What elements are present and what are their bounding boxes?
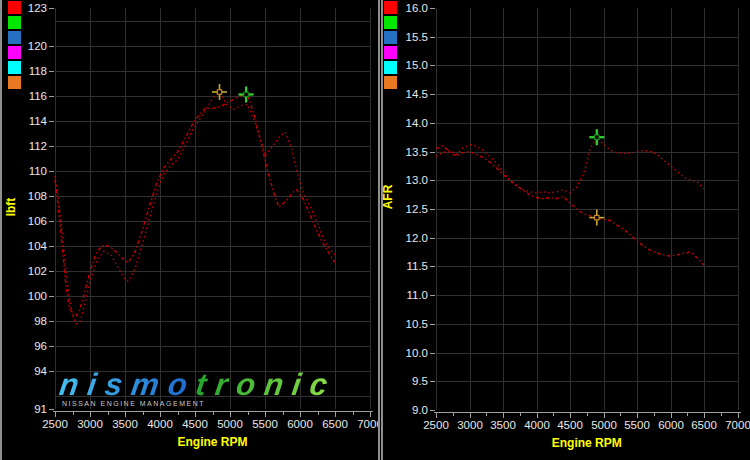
legend-swatch-0[interactable] xyxy=(384,1,397,14)
y-tick-label: 98 xyxy=(34,315,47,327)
x-axis-title: Engine RPM xyxy=(177,435,247,449)
afr-chart-panel: 9.09.510.010.511.011.512.012.513.013.514… xyxy=(381,0,750,460)
nismotronic-logo: nismotronic NISSAN ENGINE MANAGEMENT xyxy=(58,373,378,407)
legend-swatch-2[interactable] xyxy=(8,31,21,44)
y-axis-title: lbft xyxy=(4,198,18,217)
legend-swatch-3[interactable] xyxy=(8,46,21,59)
y-tick-label: 106 xyxy=(28,215,47,227)
x-tick-label: 2500 xyxy=(42,418,68,430)
x-tick-label: 6000 xyxy=(287,418,313,430)
y-tick-label: 120 xyxy=(28,40,47,52)
y-tick-label: 96 xyxy=(34,340,47,352)
legend-swatch-5[interactable] xyxy=(8,76,21,89)
x-tick-label: 3000 xyxy=(77,418,103,430)
legend-swatch-4[interactable] xyxy=(384,61,397,74)
y-tick-label: 10.5 xyxy=(406,318,428,330)
x-tick-label: 4000 xyxy=(147,418,173,430)
y-axis-title: AFR xyxy=(383,184,395,209)
legend-swatch-3[interactable] xyxy=(384,46,397,59)
x-axis-title: Engine RPM xyxy=(552,436,622,450)
y-tick-label: 15.0 xyxy=(406,59,428,71)
afr-chart: 9.09.510.010.511.011.512.012.513.013.514… xyxy=(383,0,750,460)
y-tick-label: 118 xyxy=(29,65,47,77)
y-tick-label: 10.0 xyxy=(406,347,428,359)
logo-tronic: tronic xyxy=(194,367,339,402)
y-tick-label: 11.0 xyxy=(406,289,428,301)
y-tick-label: 114 xyxy=(29,115,48,127)
y-tick-label: 94 xyxy=(34,365,47,377)
y-tick-label: 13.5 xyxy=(406,146,428,158)
x-tick-label: 6000 xyxy=(658,419,684,431)
x-tick-label: 5500 xyxy=(252,418,278,430)
x-tick-label: 7000 xyxy=(725,419,750,431)
y-tick-label: 13.0 xyxy=(406,174,428,186)
x-tick-label: 6500 xyxy=(691,419,717,431)
y-tick-label: 12.5 xyxy=(406,203,428,215)
legend-swatch-4[interactable] xyxy=(8,61,21,74)
logo-nismo: nismo xyxy=(57,367,198,402)
y-tick-label: 12.0 xyxy=(406,232,428,244)
cursor-marker-part xyxy=(595,215,599,219)
nismotronic-logo-text: nismotronic xyxy=(58,373,381,397)
cursor-marker-part xyxy=(595,135,599,139)
y-tick-label: 104 xyxy=(28,240,48,252)
legend-swatch-5[interactable] xyxy=(384,76,397,89)
y-tick-label: 108 xyxy=(28,190,47,202)
x-tick-label: 3500 xyxy=(490,419,516,431)
y-tick-label: 123 xyxy=(28,2,47,14)
x-tick-label: 4000 xyxy=(524,419,550,431)
cursor-marker-part xyxy=(217,90,221,94)
y-tick-label: 9.5 xyxy=(412,375,428,387)
y-tick-label: 116 xyxy=(29,90,47,102)
y-tick-label: 15.5 xyxy=(406,31,428,43)
x-tick-label: 5000 xyxy=(217,418,243,430)
torque-chart-panel: 9194969810010210410610811011211411611812… xyxy=(0,0,380,460)
legend-swatch-1[interactable] xyxy=(384,16,397,29)
x-tick-label: 5500 xyxy=(624,419,650,431)
x-tick-label: 3500 xyxy=(112,418,138,430)
x-tick-label: 7000 xyxy=(357,418,378,430)
x-tick-label: 4500 xyxy=(182,418,208,430)
legend-swatch-1[interactable] xyxy=(8,16,21,29)
y-tick-label: 112 xyxy=(29,140,47,152)
legend-swatch-0[interactable] xyxy=(8,1,21,14)
x-tick-label: 2500 xyxy=(423,419,449,431)
y-tick-label: 110 xyxy=(29,165,47,177)
x-tick-label: 6500 xyxy=(322,418,348,430)
y-tick-label: 14.5 xyxy=(406,88,428,100)
y-tick-label: 102 xyxy=(28,265,47,277)
y-tick-label: 91 xyxy=(34,403,47,415)
x-tick-label: 5000 xyxy=(591,419,617,431)
y-tick-label: 16.0 xyxy=(406,2,428,14)
y-tick-label: 14.0 xyxy=(406,117,428,129)
x-tick-label: 3000 xyxy=(457,419,483,431)
legend-swatch-2[interactable] xyxy=(384,31,397,44)
y-tick-label: 9.0 xyxy=(412,404,428,416)
plot-area[interactable] xyxy=(55,8,370,409)
y-tick-label: 100 xyxy=(28,290,47,302)
y-tick-label: 11.5 xyxy=(406,260,428,272)
x-tick-label: 4500 xyxy=(557,419,583,431)
cursor-marker-part xyxy=(244,92,248,96)
